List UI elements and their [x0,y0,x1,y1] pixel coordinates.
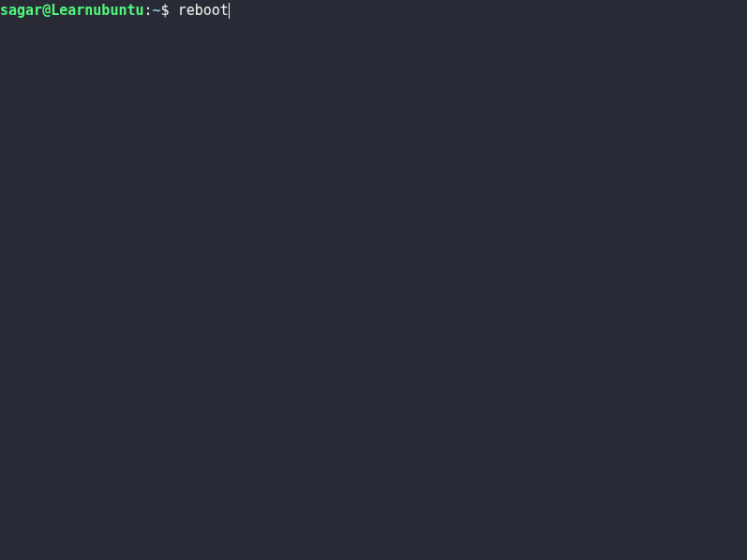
terminal-prompt-line[interactable]: sagar@Learnubuntu:~$ reboot [0,2,747,21]
prompt-separator: : [144,2,153,21]
user-host: sagar@Learnubuntu [0,2,144,21]
cursor [229,3,230,19]
prompt-path: ~ [153,2,161,21]
command-input: reboot [178,2,229,21]
prompt-symbol: $ [161,2,178,21]
